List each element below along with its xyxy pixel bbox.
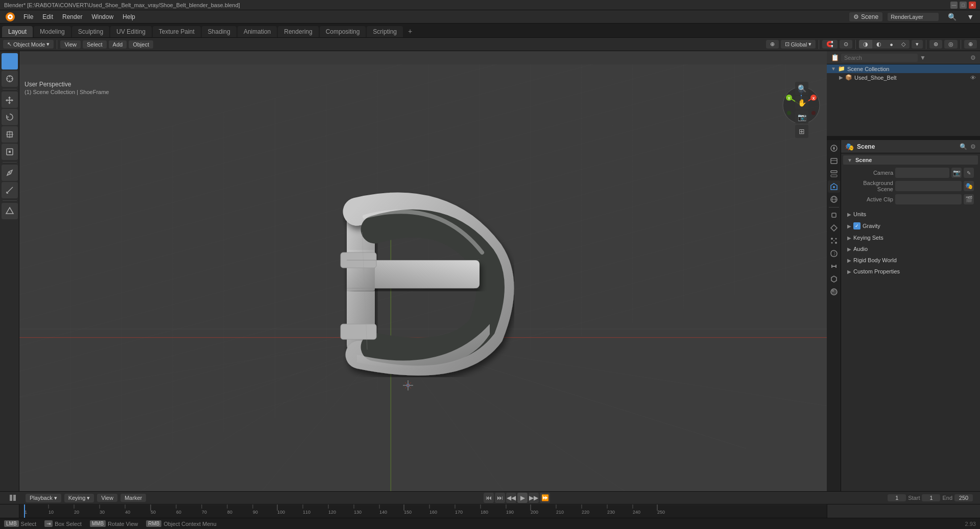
bg-scene-field[interactable] [895,181,962,191]
jump-prev-button[interactable]: ⏭ [495,493,505,503]
jump-end-button[interactable]: ⏩ [540,493,550,503]
bg-scene-icon-btn[interactable]: 🎭 [964,181,974,191]
menu-render[interactable]: Render [58,12,86,21]
mode-selector[interactable]: ↖ Object Mode ▾ [3,40,54,49]
pivot-selector[interactable]: ⊕ [766,40,779,49]
rigid-body-world-header[interactable]: ▶ Rigid Body World [843,256,978,265]
add-primitive-btn[interactable] [2,203,18,219]
start-frame-display[interactable]: 1 [922,494,940,501]
snap-toggle[interactable]: 🧲 [822,40,838,49]
camera-field[interactable] [895,168,949,178]
transform-space[interactable]: ⊡ Global ▾ [781,40,816,49]
wireframe-shading[interactable]: ◐ [872,40,886,49]
output-props-icon[interactable] [828,155,840,167]
xray-toggle[interactable]: ◎ [944,40,958,49]
add-workspace-button[interactable]: + [404,25,416,37]
camera-new-btn[interactable]: ✎ [964,168,974,178]
audio-section-header[interactable]: ▶ Audio [843,244,978,254]
menu-edit[interactable]: Edit [38,12,57,21]
prev-frame-button[interactable]: ◀◀ [506,493,516,503]
active-clip-field[interactable] [895,194,962,204]
scale-tool-btn[interactable] [2,126,18,143]
current-frame-display[interactable]: 1 [888,494,906,501]
viewlayer-props-icon[interactable] [828,168,840,180]
props-search-icon[interactable]: 🔍 [960,143,967,150]
maximize-button[interactable]: □ [960,2,967,9]
modifier-props-icon[interactable] [828,222,840,234]
menu-window[interactable]: Window [87,12,117,21]
rotate-tool-btn[interactable] [2,109,18,125]
filter-icon[interactable]: ▼ [963,12,978,22]
shading-options[interactable]: ▾ [912,40,923,49]
close-button[interactable]: ✕ [969,2,976,9]
menu-file[interactable]: File [19,12,37,21]
render-props-icon[interactable] [828,142,840,154]
minimize-button[interactable]: — [950,2,958,9]
scene-props-icon[interactable] [828,180,840,193]
annotate-tool-btn[interactable] [2,165,18,181]
units-section-header[interactable]: ▶ Units [843,210,978,219]
gravity-section-header[interactable]: ▶ ✓ Gravity [843,221,978,231]
jump-start-button[interactable]: ⏮ [484,493,494,503]
camera-view-icon[interactable]: 📷 [795,110,808,124]
pan-icon[interactable]: ✋ [795,96,808,109]
tab-texture-paint[interactable]: Texture Paint [153,26,201,37]
move-tool-btn[interactable] [2,91,18,108]
physics-props-icon[interactable] [828,247,840,260]
constraints-props-icon[interactable] [828,260,840,272]
render-icon[interactable]: 👁 [970,75,976,81]
renderlayer-field[interactable]: RenderLayer [888,13,939,21]
proportional-toggle[interactable]: ⊙ [840,40,852,49]
keying-sets-header[interactable]: ▶ Keying Sets [843,233,978,242]
props-options-icon[interactable]: ⚙ [970,143,976,150]
outliner-search[interactable] [841,54,918,62]
tab-shading[interactable]: Shading [202,26,236,37]
active-clip-icon-btn[interactable]: 🎬 [964,194,974,204]
measure-tool-btn[interactable] [2,182,18,198]
zoom-to-fit-icon[interactable]: 🔍 [795,82,808,95]
quad-view-icon[interactable]: ⊞ [795,125,808,138]
world-props-icon[interactable] [828,193,840,205]
keying-menu[interactable]: Keying ▾ [64,494,94,502]
engine-selector[interactable]: ⚙ Scene [849,12,882,21]
playback-menu[interactable]: Playback ▾ [26,494,61,502]
select-menu[interactable]: Select [83,40,107,49]
tab-uv-editing[interactable]: UV Editing [110,26,152,37]
outliner-options-icon[interactable]: ⚙ [970,54,976,61]
viewport-3d[interactable]: User Perspective (1) Scene Collection | … [19,51,827,491]
add-menu[interactable]: Add [109,40,127,49]
tab-sculpting[interactable]: Sculpting [72,26,109,37]
material-shading[interactable]: ◇ [897,40,910,49]
outliner-filter-icon[interactable]: ▼ [920,54,926,61]
material-props-icon[interactable] [828,286,840,298]
end-frame-display[interactable]: 250 [954,494,973,501]
scene-section-header[interactable]: ▼ Scene [843,155,978,165]
object-menu[interactable]: Object [129,40,153,49]
tab-modeling[interactable]: Modeling [34,26,71,37]
gizmo-toggle[interactable]: ⊕ [964,40,977,49]
next-frame-button[interactable]: ▶▶ [529,493,539,503]
transform-tool-btn[interactable] [2,144,18,160]
tab-scripting[interactable]: Scripting [367,26,403,37]
object-props-icon[interactable] [828,209,840,221]
search-icon[interactable]: 🔍 [944,12,961,22]
tab-rendering[interactable]: Rendering [278,26,318,37]
custom-props-header[interactable]: ▶ Custom Properties [843,267,978,276]
timeline-view-menu[interactable]: View [97,494,117,502]
gravity-checkbox[interactable]: ✓ [853,222,861,229]
data-props-icon[interactable] [828,273,840,285]
frame-ruler[interactable]: 1 10 20 30 40 50 60 [19,504,827,518]
select-tool-btn[interactable] [2,53,18,70]
tab-layout[interactable]: Layout [2,26,33,37]
camera-icon-btn[interactable]: 📷 [951,168,962,178]
particles-props-icon[interactable] [828,235,840,247]
menu-help[interactable]: Help [118,12,139,21]
view-menu[interactable]: View [60,40,81,49]
tab-compositing[interactable]: Compositing [320,26,366,37]
cursor-tool-btn[interactable] [2,71,18,87]
play-button[interactable]: ▶ [517,493,528,503]
marker-menu[interactable]: Marker [121,494,146,502]
outliner-scene-collection[interactable]: ▼ 📁 Scene Collection [827,64,980,73]
tab-animation[interactable]: Animation [237,26,277,37]
overlay-toggle[interactable]: ⊛ [929,40,942,49]
